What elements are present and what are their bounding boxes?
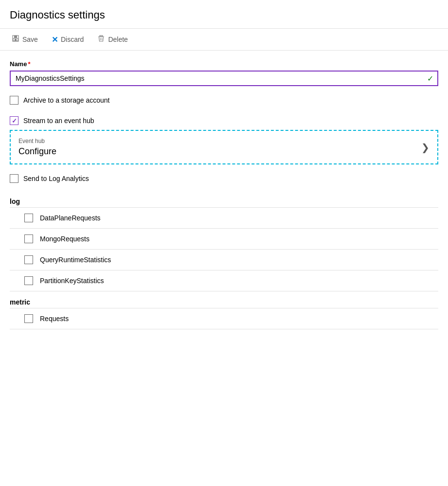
discard-label: Discard [61, 36, 84, 43]
form-content: Name* ✓ Archive to a storage account Str… [0, 51, 448, 339]
name-label: Name* [10, 60, 438, 68]
log-items-list: DataPlaneRequests MongoRequests QueryRun… [10, 207, 438, 291]
svg-rect-4 [100, 36, 103, 36]
metric-item-label-0: Requests [40, 315, 69, 323]
save-button[interactable]: Save [10, 34, 40, 45]
name-input-wrapper: ✓ [10, 71, 438, 86]
svg-rect-5 [98, 36, 104, 37]
log-item-label-2: QueryRuntimeStatistics [40, 256, 111, 264]
discard-icon: ✕ [52, 35, 58, 44]
metric-section-header: metric [10, 291, 438, 308]
log-item-checkbox-2[interactable] [24, 255, 33, 264]
svg-rect-1 [14, 36, 17, 38]
metric-item: Requests [10, 308, 438, 329]
name-input[interactable] [10, 71, 438, 86]
stream-checkbox-row: Stream to an event hub [10, 116, 438, 125]
log-item-checkbox-1[interactable] [24, 234, 33, 243]
delete-icon [97, 35, 105, 44]
input-valid-icon: ✓ [427, 74, 433, 83]
log-item-checkbox-3[interactable] [24, 276, 33, 285]
log-item: QueryRuntimeStatistics [10, 250, 438, 270]
log-item-label-1: MongoRequests [40, 235, 90, 243]
svg-rect-3 [15, 39, 17, 41]
send-log-checkbox[interactable] [10, 174, 18, 183]
metric-item-checkbox-0[interactable] [24, 314, 33, 323]
required-indicator: * [28, 60, 30, 68]
stream-checkbox[interactable] [10, 116, 18, 125]
archive-checkbox-row: Archive to a storage account [10, 96, 438, 105]
log-item: DataPlaneRequests [10, 207, 438, 229]
delete-button[interactable]: Delete [95, 34, 129, 45]
archive-label[interactable]: Archive to a storage account [23, 96, 109, 104]
archive-checkbox[interactable] [10, 96, 18, 105]
log-item-checkbox-0[interactable] [24, 214, 33, 222]
page-container: Diagnostics settings Save ✕ Discard [0, 0, 448, 486]
log-item: MongoRequests [10, 229, 438, 250]
event-hub-card[interactable]: Event hub Configure ❯ [10, 130, 438, 164]
event-hub-chevron-icon: ❯ [421, 142, 430, 153]
send-log-row: Send to Log Analytics [10, 174, 438, 183]
send-log-label[interactable]: Send to Log Analytics [23, 175, 89, 182]
toolbar: Save ✕ Discard Delete [0, 29, 448, 51]
discard-button[interactable]: ✕ Discard [50, 34, 86, 45]
metric-items-list: Requests [10, 308, 438, 329]
log-item: PartitionKeyStatistics [10, 270, 438, 291]
log-item-label-0: DataPlaneRequests [40, 214, 101, 222]
event-hub-card-title: Event hub [18, 138, 56, 144]
save-icon [12, 35, 19, 44]
event-hub-card-value: Configure [18, 146, 56, 157]
event-hub-card-content: Event hub Configure [18, 138, 56, 157]
stream-label[interactable]: Stream to an event hub [23, 117, 94, 125]
save-label: Save [22, 36, 38, 43]
log-section-header: log [10, 191, 438, 207]
delete-label: Delete [108, 36, 127, 43]
page-title: Diagnostics settings [0, 0, 448, 29]
log-item-label-3: PartitionKeyStatistics [40, 277, 104, 285]
